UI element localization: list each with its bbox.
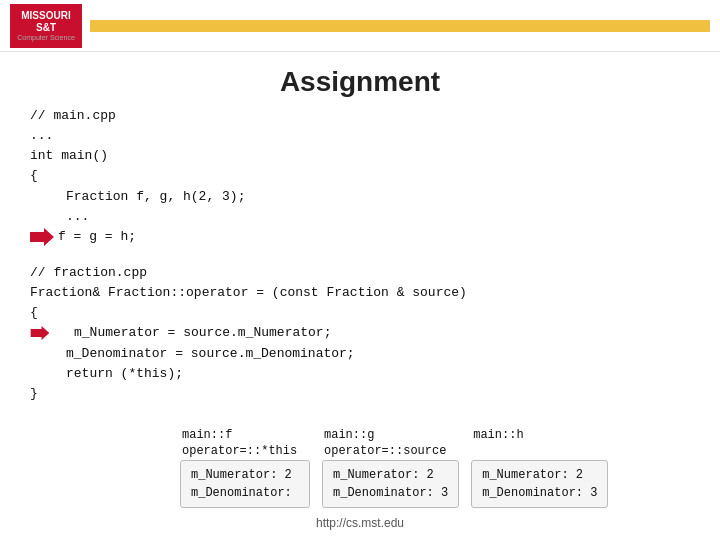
logo: MISSOURI S&T Computer Science xyxy=(10,4,82,48)
main-cpp-ellipsis1: ... xyxy=(30,126,690,146)
header: MISSOURI S&T Computer Science xyxy=(0,0,720,52)
main-cpp-block: // main.cpp ... int main() { Fraction f,… xyxy=(30,106,690,247)
fraction-cpp-block: // fraction.cpp Fraction& Fraction::oper… xyxy=(30,263,690,404)
fraction-cpp-comment: // fraction.cpp xyxy=(30,263,690,283)
tooltip-g-den: m_Denominator: 3 xyxy=(333,484,448,502)
tooltip-f-box: m_Numerator: 2 m_Denominator: xyxy=(180,460,310,508)
tooltip-h-label2 xyxy=(471,444,480,458)
tooltip-h-den: m_Denominator: 3 xyxy=(482,484,597,502)
page-title: Assignment xyxy=(0,52,720,106)
tooltip-f-label1: main::f xyxy=(180,428,232,442)
content-area: // main.cpp ... int main() { Fraction f,… xyxy=(0,106,720,420)
tooltip-g-label1: main::g xyxy=(322,428,374,442)
tooltip-g-label2: operator=::source xyxy=(322,444,446,458)
logo-text: MISSOURI xyxy=(17,10,75,22)
fraction-cpp-brace-close: } xyxy=(30,384,690,404)
fraction-cpp-brace-open: { xyxy=(30,303,690,323)
tooltip-f-num: m_Numerator: 2 xyxy=(191,466,299,484)
logo-subtitle: Computer Science xyxy=(17,34,75,41)
main-cpp-ellipsis2: ... xyxy=(30,207,690,227)
tooltip-f-den: m_Denominator: xyxy=(191,484,299,502)
tooltip-h-num: m_Numerator: 2 xyxy=(482,466,597,484)
svg-marker-0 xyxy=(30,228,54,246)
main-cpp-comment: // main.cpp xyxy=(30,106,690,126)
tooltip-g-num: m_Numerator: 2 xyxy=(333,466,448,484)
main-cpp-brace-open: { xyxy=(30,166,690,186)
logo-snt: S&T xyxy=(17,22,75,34)
fraction-cpp-line1-row: m_Numerator = source.m_Numerator; xyxy=(30,323,690,343)
main-cpp-int-main: int main() xyxy=(30,146,690,166)
tooltip-g: main::g operator=::source m_Numerator: 2… xyxy=(322,428,459,508)
tooltip-g-box: m_Numerator: 2 m_Denominator: 3 xyxy=(322,460,459,508)
footer: http://cs.mst.edu xyxy=(0,516,720,530)
tooltip-h-box: m_Numerator: 2 m_Denominator: 3 xyxy=(471,460,608,508)
tooltip-h-label1: main::h xyxy=(471,428,523,442)
fraction-cpp-signature: Fraction& Fraction::operator = (const Fr… xyxy=(30,283,690,303)
svg-marker-1 xyxy=(31,326,50,340)
arrow-right-icon xyxy=(30,228,54,246)
tooltip-f: main::f operator=::*this m_Numerator: 2 … xyxy=(180,428,310,508)
main-cpp-fraction-line: Fraction f, g, h(2, 3); xyxy=(30,187,690,207)
fraction-cpp-return: return (*this); xyxy=(30,364,690,384)
tooltip-h: main::h m_Numerator: 2 m_Denominator: 3 xyxy=(471,428,608,508)
fraction-cpp-line2: m_Denominator = source.m_Denominator; xyxy=(30,344,690,364)
tooltip-f-label2: operator=::*this xyxy=(180,444,297,458)
main-cpp-assign-row: f = g = h; xyxy=(30,227,690,247)
header-bar xyxy=(90,20,710,32)
main-cpp-assign-line: f = g = h; xyxy=(58,227,136,247)
arrow-right-icon-2 xyxy=(30,326,54,340)
footer-url: http://cs.mst.edu xyxy=(316,516,404,530)
tooltip-area: main::f operator=::*this m_Numerator: 2 … xyxy=(180,428,720,508)
fraction-cpp-line1: m_Numerator = source.m_Numerator; xyxy=(58,323,331,343)
